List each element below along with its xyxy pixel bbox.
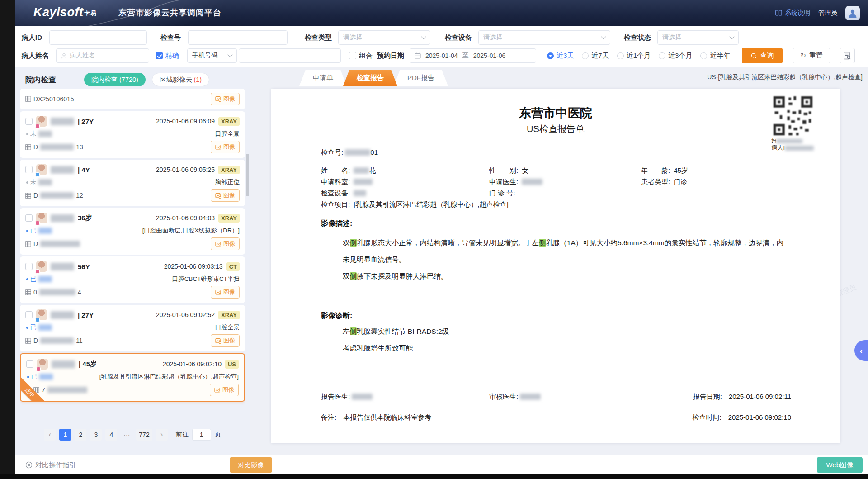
modality-badge: XRAY bbox=[218, 117, 240, 126]
radio-icon bbox=[582, 52, 589, 59]
range-1month[interactable]: 近1个月 bbox=[617, 52, 651, 60]
page-button-2[interactable]: 2 bbox=[75, 429, 86, 441]
image-button[interactable]: 图像 bbox=[211, 334, 240, 347]
patient-age: 56Y bbox=[78, 263, 90, 270]
image-button[interactable]: 图像 bbox=[211, 237, 240, 250]
patient-name-input[interactable]: 病人姓名 bbox=[56, 48, 149, 63]
range-3months[interactable]: 近3个月 bbox=[659, 52, 692, 60]
date-range-picker[interactable]: 2025-01-04 至 2025-01-06 bbox=[410, 48, 536, 63]
chevron-down-icon bbox=[421, 34, 426, 39]
report-paper: 东营市中医院 US检查报告单 扫 病人I 检查号: 01 姓 名:花 性 别 bbox=[271, 89, 840, 443]
date-from: 2025-01-04 bbox=[425, 52, 458, 59]
exam-card[interactable]: | 4Y 2025-01-06 09:05:25 XRAY 未 胸部正位 D12… bbox=[20, 160, 245, 206]
exam-card[interactable]: | 27Y 2025-01-06 09:06:09 XRAY 未 口腔全景 D1… bbox=[20, 111, 245, 158]
exam-checkbox[interactable] bbox=[25, 166, 33, 173]
page-button-last[interactable]: 772 bbox=[136, 429, 152, 441]
exam-no-input[interactable] bbox=[188, 30, 288, 45]
chevron-left-icon: ‹ bbox=[860, 346, 863, 356]
range-7days[interactable]: 近7天 bbox=[582, 52, 609, 60]
user-avatar[interactable] bbox=[845, 6, 860, 20]
list-search-icon bbox=[843, 52, 851, 60]
report-status: 已 bbox=[26, 323, 52, 332]
exam-checkbox[interactable] bbox=[25, 118, 33, 125]
report-status: 已 bbox=[26, 275, 52, 283]
page-button-3[interactable]: 3 bbox=[90, 429, 102, 441]
page-button-4[interactable]: 4 bbox=[105, 429, 117, 441]
reset-button[interactable]: ↻ 重置 bbox=[793, 48, 830, 63]
exam-card[interactable]: 36岁 2025-01-06 09:04:03 XRAY 已 [口腔曲面断层,口… bbox=[20, 208, 245, 255]
image-button[interactable]: 图像 bbox=[210, 384, 239, 396]
modality-badge: XRAY bbox=[218, 214, 240, 223]
combo-checkbox[interactable] bbox=[349, 52, 356, 59]
book-icon bbox=[775, 10, 782, 16]
redacted-patient-name bbox=[51, 214, 74, 222]
layout-tool-button[interactable] bbox=[840, 48, 855, 63]
image-button[interactable]: 图像 bbox=[211, 141, 240, 153]
report-date-label: 报告日期: bbox=[693, 393, 722, 400]
calendar-icon bbox=[415, 52, 421, 59]
exam-card[interactable]: 56Y 2025-01-06 09:03:13 CT 已 口腔CBCT锥形束CT… bbox=[20, 256, 245, 303]
tab-hospital-exams[interactable]: 院内检查 (7720) bbox=[84, 73, 146, 86]
gender-badge bbox=[35, 221, 40, 225]
exam-id: D13 bbox=[25, 143, 83, 151]
goto-label: 前往 bbox=[176, 431, 189, 439]
exam-checkbox[interactable] bbox=[25, 311, 33, 318]
range-halfyear[interactable]: 近半年 bbox=[700, 52, 730, 60]
tab-region-cloud[interactable]: 区域影像云(1) bbox=[152, 73, 209, 86]
compare-guide-link[interactable]: 对比操作指引 bbox=[25, 455, 76, 475]
person-icon bbox=[848, 8, 858, 18]
image-button[interactable]: 图像 bbox=[211, 286, 240, 299]
device-select[interactable]: 请选择 bbox=[478, 30, 610, 45]
page-ellipsis[interactable]: ··· bbox=[121, 429, 132, 441]
page-button-1[interactable]: 1 bbox=[59, 429, 71, 441]
status-select[interactable]: 请选择 bbox=[657, 30, 739, 45]
tab-request-form[interactable]: 申请单 bbox=[299, 70, 347, 86]
exam-id: 7 bbox=[33, 386, 90, 394]
exam-checkbox[interactable] bbox=[26, 360, 33, 368]
exam-description: 胸部正位 bbox=[215, 178, 240, 186]
tab-pdf-report[interactable]: PDF报告 bbox=[394, 70, 448, 86]
phone-input[interactable] bbox=[239, 48, 341, 63]
qr-code bbox=[772, 95, 814, 137]
collapse-panel-button[interactable]: ‹ bbox=[854, 340, 868, 361]
gender-badge bbox=[35, 124, 40, 128]
exam-checkbox[interactable] bbox=[25, 263, 33, 270]
opd-no-label: 门 诊 号: bbox=[489, 189, 515, 197]
exam-card-partial[interactable]: DX250106015 图像 bbox=[20, 89, 245, 109]
patient-id-input[interactable] bbox=[49, 30, 147, 45]
qr-caption: 扫 病人I bbox=[771, 138, 814, 151]
hospital-name: 东营市中医院 bbox=[271, 105, 840, 121]
report-date-value: 2025-01-06 09:02:11 bbox=[729, 393, 791, 400]
list-scrollbar-thumb[interactable] bbox=[246, 154, 249, 196]
modality-badge: XRAY bbox=[218, 166, 240, 174]
exam-checkbox[interactable] bbox=[25, 214, 33, 222]
web-image-button[interactable]: Web图像 bbox=[817, 457, 863, 473]
page-next-button[interactable]: › bbox=[156, 429, 168, 441]
exam-list: DX250106015 图像 | 27Y 2025-01-06 09:06:09… bbox=[20, 89, 245, 447]
top-navbar: Kayisoft卡易 东营市影像云共享调阅平台 系统说明 管理员 bbox=[15, 0, 868, 26]
image-button[interactable]: 图像 bbox=[211, 93, 240, 105]
phone-field-select[interactable]: 手机号码 bbox=[187, 48, 237, 63]
page-prev-button[interactable]: ‹ bbox=[44, 429, 56, 441]
image-icon bbox=[215, 241, 221, 247]
system-help-link[interactable]: 系统说明 bbox=[775, 9, 810, 17]
exam-type-select[interactable]: 请选择 bbox=[338, 30, 430, 45]
goto-page-input[interactable] bbox=[192, 429, 211, 441]
review-doctor-label: 审核医生: bbox=[489, 393, 518, 400]
exam-card-selected[interactable]: | 45岁 2025-01-06 09:02:10 US 已 [乳腺及其引流区淋… bbox=[20, 353, 245, 402]
tab-exam-report[interactable]: 检查报告 bbox=[343, 70, 397, 86]
exam-item-label: 检查项目: bbox=[321, 200, 350, 208]
report-status: 已 bbox=[26, 227, 52, 235]
exam-description: 口腔CBCT锥形束CT平扫 bbox=[172, 275, 240, 283]
compare-images-button[interactable]: 对比影像 bbox=[230, 457, 272, 473]
exam-card[interactable]: | 27Y 2025-01-06 09:02:52 XRAY 已 口腔全景 D1… bbox=[20, 305, 245, 351]
range-3days[interactable]: 近3天 bbox=[547, 52, 574, 60]
exact-checkbox[interactable] bbox=[156, 52, 163, 59]
date-separator: 至 bbox=[462, 52, 469, 60]
exam-id: DX250106015 bbox=[25, 95, 74, 103]
image-button[interactable]: 图像 bbox=[211, 189, 240, 202]
search-button[interactable]: 查询 bbox=[742, 48, 783, 63]
page-unit-label: 页 bbox=[215, 431, 221, 439]
guide-icon bbox=[25, 461, 33, 469]
report-divider bbox=[321, 408, 791, 408]
